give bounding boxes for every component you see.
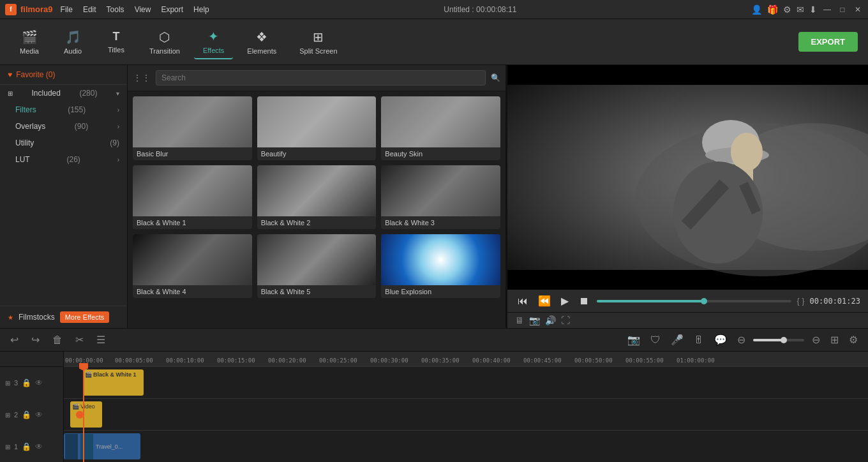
heart-icon: ♥: [8, 70, 12, 79]
settings2-icon[interactable]: ⚙: [846, 332, 860, 347]
filters-label: Filters: [15, 105, 36, 114]
download-icon[interactable]: ⬇: [809, 4, 817, 15]
progress-bar[interactable]: [597, 300, 791, 302]
effect-item-bw4[interactable]: Black & White 4: [133, 234, 252, 298]
minimize-button[interactable]: —: [822, 4, 832, 15]
mic-icon[interactable]: 🎤: [668, 332, 686, 347]
effect-item-bw3[interactable]: Black & White 3: [381, 165, 500, 229]
media-label: Media: [20, 47, 39, 55]
track3-eye-icon[interactable]: 👁: [35, 378, 43, 387]
monitor-icon[interactable]: 🖥: [515, 315, 524, 325]
effect-item-blue-explosion[interactable]: Blue Explosion: [381, 234, 500, 298]
effect-item-bw1[interactable]: Black & White 1: [133, 165, 252, 229]
volume-icon[interactable]: 🔊: [545, 315, 556, 325]
grid-icon: ⊞: [8, 90, 13, 97]
grid-toggle-icon[interactable]: ⋮⋮: [133, 73, 151, 83]
effect-thumbnail-beautify: [257, 96, 377, 147]
effect-item-basic-blur[interactable]: Basic Blur: [133, 96, 252, 160]
toolbar-titles[interactable]: T Titles: [97, 26, 135, 57]
shield-icon[interactable]: 🛡: [648, 333, 663, 347]
effect-item-beautify[interactable]: Beautify: [257, 96, 377, 160]
menu-edit[interactable]: Edit: [83, 5, 96, 14]
effect-item-bw2[interactable]: Black & White 2: [257, 165, 377, 229]
menu-export[interactable]: Export: [161, 5, 183, 14]
menu-file[interactable]: File: [61, 5, 73, 14]
track3-label: ⊞ 3 🔒 👁: [0, 367, 64, 399]
delete-button[interactable]: 🗑: [50, 333, 65, 347]
track2-eye-icon[interactable]: 👁: [35, 410, 43, 419]
window-title: Untitled : 00:00:08:11: [444, 5, 516, 14]
toolbar-elements[interactable]: ❖ Elements: [238, 26, 285, 59]
effect-label-bw3: Black & White 3: [381, 216, 500, 229]
settings-icon[interactable]: ⚙: [783, 4, 791, 15]
toolbar-media[interactable]: 🎬 Media: [10, 26, 49, 59]
track1-num: 1: [14, 443, 18, 451]
cut-button[interactable]: ✂: [73, 332, 86, 347]
preview-panel: ⏮ ⏪ ▶ ⏹ { } 00:00:01:23 🖥 📷 🔊 ⛶: [507, 65, 868, 328]
search-input[interactable]: [156, 70, 486, 86]
zoom-out-icon[interactable]: ⊖: [809, 332, 823, 347]
play-button[interactable]: ▶: [558, 294, 571, 308]
titlebar: f filmora9 File Edit Tools View Export H…: [0, 0, 868, 19]
camera-icon[interactable]: 📷: [529, 315, 540, 325]
favorite-button[interactable]: ♥ Favorite (0): [0, 65, 127, 85]
utility-count: (9): [110, 138, 119, 147]
group-filters[interactable]: Filters (155) ›: [0, 101, 127, 118]
track3-lock-icon[interactable]: 🔒: [22, 378, 31, 387]
message-icon[interactable]: ✉: [797, 4, 804, 15]
effect-thumbnail-beauty-skin: [381, 96, 500, 147]
camera-track-icon[interactable]: 📷: [625, 332, 643, 347]
main-clip[interactable]: Travel_0...: [64, 433, 140, 459]
lut-count: (26): [66, 155, 80, 164]
toolbar-transition[interactable]: ⬡ Transition: [140, 26, 189, 59]
maximize-button[interactable]: □: [837, 4, 848, 15]
list-button[interactable]: ☰: [94, 332, 108, 347]
effects-panel: ⋮⋮ 🔍 Basic Blur Beautify Beauty Skin Bla…: [128, 65, 505, 328]
video-clip[interactable]: 🎬 Video: [70, 401, 102, 428]
more-effects-button[interactable]: More Effects: [60, 311, 110, 323]
redo-button[interactable]: ↪: [29, 332, 42, 347]
gift-icon[interactable]: 🎁: [767, 4, 778, 15]
motion-icon[interactable]: ⊖: [735, 332, 748, 347]
group-included[interactable]: ⊞ Included (280) ▾: [0, 85, 127, 101]
titlebar-left: f filmora9 File Edit Tools View Export H…: [5, 4, 209, 15]
toolbar-splitscreen[interactable]: ⊞ Split Screen: [290, 26, 346, 59]
menu-view[interactable]: View: [135, 5, 151, 14]
effect-item-beauty-skin[interactable]: Beauty Skin: [381, 96, 500, 160]
effect-thumbnail-bw4: [133, 234, 252, 285]
bracket-right-button[interactable]: }: [802, 297, 805, 306]
audio-mix-icon[interactable]: 🎚: [691, 333, 707, 347]
subtitle-icon[interactable]: 💬: [712, 332, 730, 347]
filmstocks-section[interactable]: ★ Filmstocks More Effects: [0, 306, 127, 328]
skip-back-button[interactable]: ⏮: [515, 294, 530, 308]
menu-help[interactable]: Help: [193, 5, 209, 14]
filmstocks-label: Filmstocks: [19, 313, 55, 322]
menu-tools[interactable]: Tools: [107, 5, 124, 14]
effect-clip-bw1[interactable]: 🎬 Black & White 1: [83, 369, 144, 396]
user-icon[interactable]: 👤: [751, 4, 762, 15]
group-overlays[interactable]: Overlays (90) ›: [0, 118, 127, 135]
undo-button[interactable]: ↩: [8, 332, 21, 347]
rewind-button[interactable]: ⏪: [535, 294, 553, 308]
elements-icon: ❖: [256, 29, 267, 45]
close-button[interactable]: ✕: [853, 4, 863, 15]
main-clip-label: Travel_0...: [96, 443, 123, 450]
track2-lock-icon[interactable]: 🔒: [22, 410, 31, 419]
playhead[interactable]: [83, 367, 84, 462]
stop-button[interactable]: ⏹: [576, 294, 592, 308]
toolbar-audio[interactable]: 🎵 Audio: [54, 26, 92, 59]
split-view-icon[interactable]: ⊞: [828, 332, 841, 347]
toolbar-effects[interactable]: ✦ Effects: [194, 25, 233, 59]
bracket-left-button[interactable]: {: [797, 297, 799, 306]
fullscreen-icon[interactable]: ⛶: [561, 315, 570, 325]
audio-icon: 🎵: [65, 29, 81, 45]
search-icon[interactable]: 🔍: [491, 73, 500, 82]
main-area: ♥ Favorite (0) ⊞ Included (280) ▾ Filter…: [0, 65, 868, 328]
effect-item-bw5[interactable]: Black & White 5: [257, 234, 377, 298]
group-utility[interactable]: Utility (9): [0, 135, 127, 151]
track1-eye-icon[interactable]: 👁: [35, 442, 43, 451]
group-lut[interactable]: LUT (26) ›: [0, 151, 127, 168]
export-button[interactable]: EXPORT: [798, 32, 858, 52]
track1-lock-icon[interactable]: 🔒: [22, 442, 31, 451]
effect-thumbnail-bw1: [133, 165, 252, 216]
